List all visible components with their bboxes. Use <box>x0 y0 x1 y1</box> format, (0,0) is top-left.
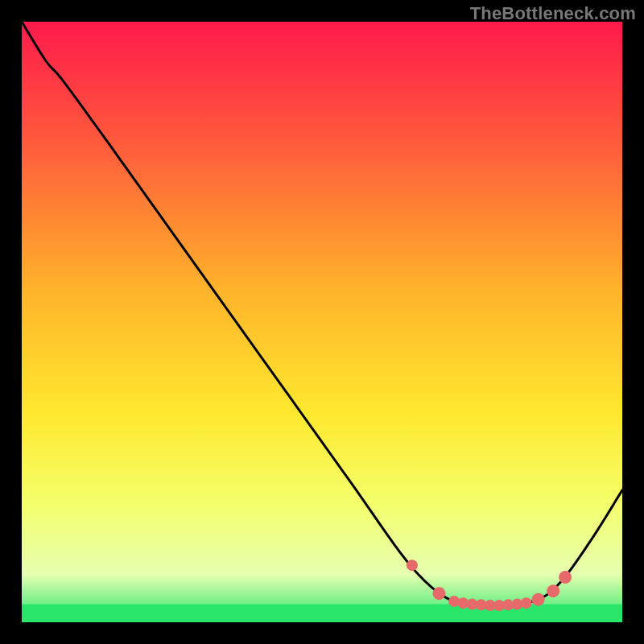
green-band <box>22 605 622 622</box>
marker-point <box>532 593 545 606</box>
marker-point <box>559 571 572 584</box>
plot-background <box>22 22 622 622</box>
attribution-label: TheBottleneck.com <box>470 3 636 24</box>
marker-point <box>521 597 532 609</box>
marker-point <box>432 587 445 600</box>
chart-frame: TheBottleneck.com <box>0 0 644 644</box>
bottleneck-chart <box>0 0 644 644</box>
marker-point <box>407 559 418 571</box>
marker-point <box>547 584 559 597</box>
